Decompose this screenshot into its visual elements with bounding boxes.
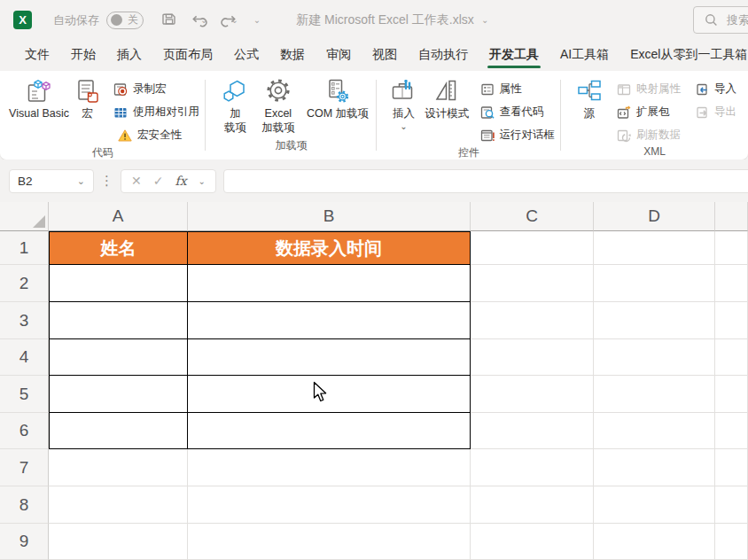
tab-view[interactable]: 视图 [362,47,408,71]
formula-bar-drag-handle[interactable]: ⋮ [100,173,114,189]
col-header-D[interactable]: D [594,202,715,231]
title-dropdown-icon[interactable]: ⌄ [481,15,488,25]
cell-E9[interactable] [715,524,748,560]
cell-A6[interactable] [49,413,188,449]
document-title[interactable]: 新建 Microsoft Excel 工作表.xlsx ⌄ [296,12,488,28]
cell-E5[interactable] [715,376,748,413]
com-addins-button[interactable]: COM 加载项 [302,75,373,121]
autosave-control[interactable]: 自动保存 关 [53,12,144,29]
macros-button[interactable]: 宏 [71,75,104,121]
cell-C1[interactable] [471,231,594,265]
cell-D8[interactable] [594,486,715,524]
insert-dropdown-icon[interactable]: ⌄ [400,124,407,129]
design-mode-button[interactable]: 设计模式 [422,75,472,121]
visual-basic-button[interactable]: Visual Basic [7,75,71,121]
expansion-packs-button[interactable]: 扩展包 [614,102,683,122]
autosave-toggle[interactable]: 关 [106,12,144,29]
run-dialog-button[interactable]: 运行对话框 [478,125,558,145]
cell-D7[interactable] [594,449,715,486]
cell-E3[interactable] [715,302,748,339]
tab-page-layout[interactable]: 页面布局 [152,47,223,71]
tab-review[interactable]: 审阅 [316,47,362,71]
excel-addins-button[interactable]: Excel 加载项 [254,75,302,135]
search-input[interactable]: 搜索 [693,6,748,34]
xml-import-button[interactable]: 导入 [692,79,739,99]
cell-B4[interactable] [188,339,471,376]
cell-C7[interactable] [471,449,594,486]
cell-C4[interactable] [471,339,594,376]
col-header-C[interactable]: C [471,202,594,231]
row-header-3[interactable]: 3 [0,302,49,339]
cell-D4[interactable] [594,339,715,376]
cell-E4[interactable] [715,339,748,376]
cell-E2[interactable] [715,265,748,302]
cell-B3[interactable] [188,302,471,339]
qat-customize-icon[interactable]: ⌄ [253,15,261,25]
col-header-A[interactable]: A [49,202,188,231]
name-box-dropdown-icon[interactable]: ⌄ [77,175,85,187]
cell-B2[interactable] [188,265,471,302]
tab-data[interactable]: 数据 [269,47,316,71]
fx-dropdown-icon[interactable]: ⌄ [199,176,206,186]
cell-A4[interactable] [49,339,188,376]
cell-A2[interactable] [49,265,188,302]
tab-developer[interactable]: 开发工具 [479,47,549,71]
undo-button[interactable]: ⌄ [191,12,207,28]
redo-dropdown-icon[interactable]: ⌄ [230,15,238,25]
tab-file[interactable]: 文件 [14,47,60,71]
addins-button[interactable]: 加 载项 [216,75,254,135]
cell-B5[interactable] [188,376,471,413]
cell-B1[interactable]: 数据录入时间 [188,231,471,265]
undo-dropdown-icon[interactable]: ⌄ [200,15,207,25]
view-code-button[interactable]: 查看代码 [478,102,558,122]
row-header-7[interactable]: 7 [0,449,49,486]
col-header-B[interactable]: B [188,202,471,231]
properties-button[interactable]: 属性 [478,79,558,99]
cell-A9[interactable] [49,524,188,560]
cell-C9[interactable] [471,524,594,560]
redo-button[interactable]: ⌄ [221,12,238,28]
row-header-5[interactable]: 5 [0,376,49,413]
insert-function-icon[interactable]: fx [175,174,186,188]
cell-E8[interactable] [715,486,748,524]
save-icon[interactable] [161,11,177,29]
tab-formulas[interactable]: 公式 [223,47,269,71]
cell-D1[interactable] [594,231,715,265]
formula-input[interactable] [223,169,748,193]
cell-B7[interactable] [188,449,471,486]
row-header-4[interactable]: 4 [0,339,49,376]
select-all-corner[interactable] [0,202,49,231]
row-header-2[interactable]: 2 [0,265,49,302]
cell-A1[interactable]: 姓名 [49,231,188,265]
row-header-1[interactable]: 1 [0,231,49,265]
col-header-E[interactable] [715,202,748,231]
cell-D9[interactable] [594,524,715,560]
tab-insert[interactable]: 插入 [106,47,152,71]
cell-B8[interactable] [188,486,471,524]
macro-security-button[interactable]: 宏安全性 [111,125,202,145]
cell-D5[interactable] [594,376,715,413]
cell-B9[interactable] [188,524,471,560]
cell-C6[interactable] [471,413,594,449]
row-header-9[interactable]: 9 [0,524,49,560]
row-header-8[interactable]: 8 [0,486,49,524]
cell-E7[interactable] [715,449,748,486]
cell-D6[interactable] [594,413,715,449]
enter-icon[interactable]: ✓ [153,174,164,188]
xml-source-button[interactable]: 源 [572,75,607,121]
cell-A5[interactable] [49,376,188,413]
tab-ai-toolbox[interactable]: AI工具箱 [549,47,619,71]
cell-C8[interactable] [471,486,594,524]
cell-D3[interactable] [594,302,715,339]
tab-home[interactable]: 开始 [60,47,106,71]
row-header-6[interactable]: 6 [0,413,49,449]
cell-A7[interactable] [49,449,188,486]
cell-A3[interactable] [49,302,188,339]
cell-A8[interactable] [49,486,188,524]
record-macro-button[interactable]: 录制宏 [111,79,202,99]
use-relative-references-button[interactable]: 使用相对引用 [111,102,202,122]
cell-E1[interactable] [715,231,748,265]
cell-B6[interactable] [188,413,471,449]
name-box[interactable]: B2 ⌄ [9,169,94,193]
cell-C2[interactable] [471,265,594,302]
